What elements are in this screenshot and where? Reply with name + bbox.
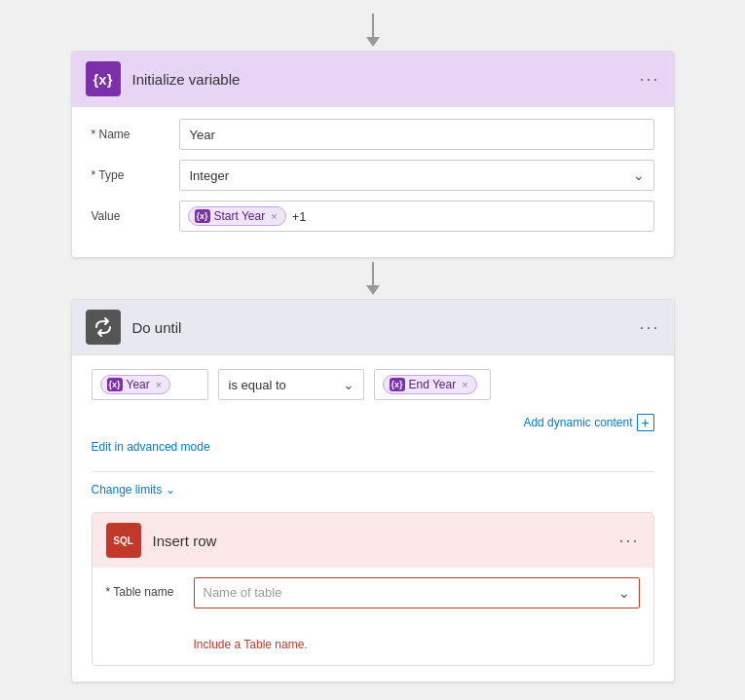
- arrow-line-2: [372, 262, 374, 285]
- end-year-token: {x} End Year ×: [383, 375, 477, 394]
- value-token-field[interactable]: {x} Start Year × +1: [179, 201, 654, 232]
- token-suffix: +1: [292, 209, 307, 224]
- type-row: * Type Integer String Boolean Float Arra…: [92, 160, 654, 191]
- condition-row: {x} Year × is equal to is not equal to i…: [92, 369, 654, 400]
- year-token-field[interactable]: {x} Year ×: [92, 369, 208, 400]
- table-name-label: * Table name: [106, 577, 194, 599]
- token-close-icon[interactable]: ×: [271, 210, 277, 222]
- change-limits-row: Change limits ⌄: [92, 482, 654, 497]
- do-until-card: Do until ··· {x} Year × is equal to: [71, 299, 675, 682]
- year-token-label: Year: [127, 378, 150, 391]
- year-token: {x} Year ×: [100, 375, 171, 394]
- loop-icon: [93, 316, 114, 338]
- arrow-head: [366, 37, 380, 47]
- insert-row-card: SQL Insert row ··· * Table name ⌄: [92, 512, 654, 666]
- init-var-title: Initialize variable: [132, 71, 640, 88]
- insert-row-header: SQL Insert row ···: [93, 513, 653, 568]
- end-year-token-icon: {x}: [390, 378, 405, 391]
- init-var-icon-text: {x}: [93, 71, 112, 88]
- table-select-wrapper: ⌄: [194, 577, 640, 608]
- divider: [92, 471, 654, 472]
- middle-arrow-connector: [366, 262, 380, 295]
- table-select-container: ⌄ Name of table Include a Table name.: [194, 577, 640, 659]
- change-limits-label: Change limits: [92, 483, 163, 497]
- type-label: * Type: [92, 168, 179, 182]
- table-name-select[interactable]: [194, 577, 640, 608]
- start-year-token: {x} Start Year ×: [188, 206, 286, 226]
- table-error-text: Include a Table name.: [194, 638, 640, 659]
- end-year-token-close[interactable]: ×: [462, 379, 467, 390]
- end-year-token-label: End Year: [409, 378, 457, 391]
- name-label: * Name: [92, 128, 179, 141]
- value-label: Value: [92, 209, 179, 223]
- edit-advanced-link[interactable]: Edit in advanced mode: [92, 440, 210, 454]
- init-var-header: {x} Initialize variable ···: [72, 52, 674, 106]
- add-dynamic-content-row: Add dynamic content +: [92, 414, 654, 431]
- do-until-icon: [86, 310, 121, 345]
- do-until-body: {x} Year × is equal to is not equal to i…: [72, 354, 674, 682]
- end-year-token-field[interactable]: {x} End Year ×: [374, 369, 491, 400]
- init-var-icon: {x}: [86, 61, 121, 96]
- init-var-menu[interactable]: ···: [639, 69, 659, 90]
- do-until-menu[interactable]: ···: [639, 317, 659, 338]
- operator-wrapper: is equal to is not equal to is less than…: [218, 369, 364, 400]
- edit-advanced-row: Edit in advanced mode: [92, 439, 654, 461]
- year-token-icon: {x}: [107, 378, 123, 391]
- arrow-head-2: [366, 285, 380, 295]
- insert-row-icon: SQL: [106, 523, 141, 558]
- type-select[interactable]: Integer String Boolean Float Array Objec…: [179, 160, 654, 191]
- initialize-variable-card: {x} Initialize variable ··· * Name * Typ…: [71, 51, 675, 258]
- table-name-section: * Table name ⌄ Name of table Include a T…: [93, 568, 653, 665]
- add-icon: +: [637, 414, 654, 431]
- do-until-header: Do until ···: [72, 300, 674, 354]
- init-var-body: * Name * Type Integer String Boolean Flo…: [72, 106, 674, 257]
- type-select-wrapper: Integer String Boolean Float Array Objec…: [179, 160, 654, 191]
- flow-container: {x} Initialize variable ··· * Name * Typ…: [10, 10, 735, 700]
- do-until-title: Do until: [132, 319, 640, 336]
- value-row: Value {x} Start Year × +1: [92, 201, 654, 232]
- name-row: * Name: [92, 119, 654, 150]
- change-limits-link[interactable]: Change limits ⌄: [92, 483, 176, 497]
- add-dynamic-content-link[interactable]: Add dynamic content +: [523, 414, 653, 431]
- insert-row-menu[interactable]: ···: [618, 531, 639, 551]
- year-token-close[interactable]: ×: [156, 379, 162, 390]
- insert-row-title: Insert row: [153, 533, 619, 549]
- change-limits-chevron-icon: ⌄: [166, 483, 175, 497]
- token-label: Start Year: [214, 209, 266, 223]
- arrow-line: [372, 14, 374, 37]
- top-arrow-connector: [366, 14, 380, 47]
- add-dynamic-content-label: Add dynamic content: [523, 416, 632, 429]
- token-var-icon: {x}: [195, 209, 210, 223]
- sql-icon-text: SQL: [113, 535, 133, 546]
- name-input[interactable]: [179, 119, 654, 150]
- operator-select[interactable]: is equal to is not equal to is less than…: [218, 369, 364, 400]
